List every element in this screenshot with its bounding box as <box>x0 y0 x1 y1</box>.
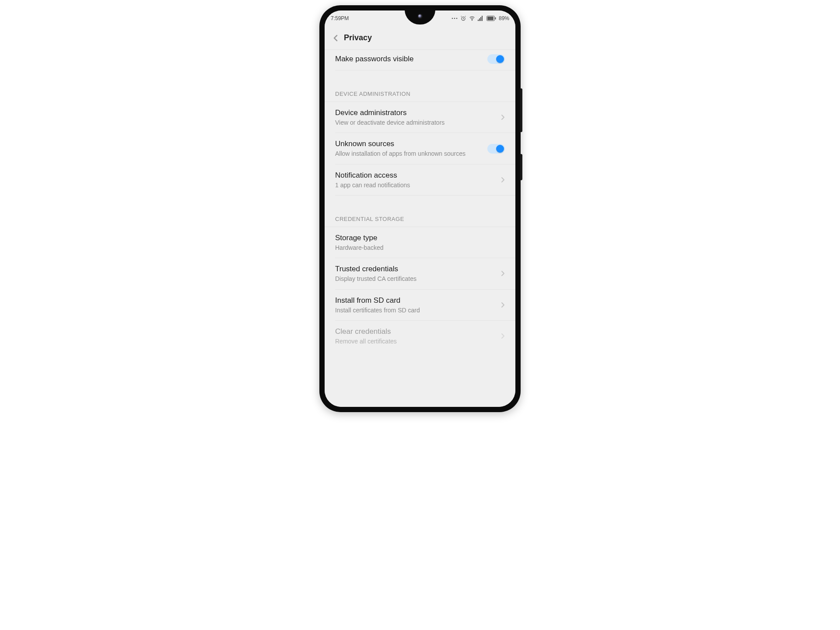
row-install-from-sd[interactable]: Install from SD card Install certificate… <box>325 290 515 320</box>
statusbar-time: 7:59PM <box>331 15 349 21</box>
row-title: Make passwords visible <box>335 54 483 64</box>
phone-frame: 7:59PM 89% <box>319 5 521 412</box>
volume-button <box>520 88 522 132</box>
signal-icon <box>478 16 484 21</box>
chevron-right-icon <box>500 270 505 276</box>
chevron-right-icon <box>500 302 505 308</box>
row-subtitle: Display trusted CA certificates <box>335 275 496 283</box>
toggle-unknown-sources[interactable] <box>487 144 505 154</box>
wifi-icon <box>469 15 475 21</box>
statusbar-battery-pct: 89% <box>499 15 509 21</box>
svg-rect-5 <box>478 20 479 21</box>
chevron-right-icon <box>500 114 505 120</box>
row-subtitle: Hardware-backed <box>335 244 500 252</box>
svg-point-4 <box>472 20 472 21</box>
power-button <box>520 154 522 180</box>
row-unknown-sources[interactable]: Unknown sources Allow installation of ap… <box>325 133 515 164</box>
row-title: Clear credentials <box>335 327 496 336</box>
back-button[interactable] <box>331 33 340 43</box>
svg-rect-7 <box>480 17 481 21</box>
row-title: Trusted credentials <box>335 264 496 274</box>
battery-icon <box>486 16 496 21</box>
chevron-right-icon <box>500 177 505 183</box>
row-device-administrators[interactable]: Device administrators View or deactivate… <box>325 102 515 133</box>
screen: 7:59PM 89% <box>325 10 515 407</box>
svg-rect-6 <box>479 18 480 21</box>
titlebar: Privacy <box>325 26 515 50</box>
row-subtitle: Install certificates from SD card <box>335 306 496 314</box>
row-title: Notification access <box>335 171 496 180</box>
row-trusted-credentials[interactable]: Trusted credentials Display trusted CA c… <box>325 258 515 289</box>
row-make-passwords-visible[interactable]: Make passwords visible <box>325 50 515 70</box>
row-subtitle: View or deactivate device administrators <box>335 119 496 126</box>
more-icon <box>452 16 458 21</box>
row-title: Device administrators <box>335 108 496 118</box>
row-title: Install from SD card <box>335 296 496 305</box>
alarm-icon <box>460 15 466 21</box>
toggle-make-passwords-visible[interactable] <box>487 54 505 64</box>
svg-rect-8 <box>482 16 483 21</box>
row-subtitle: Remove all certificates <box>335 337 496 345</box>
row-storage-type[interactable]: Storage type Hardware-backed <box>325 227 515 258</box>
page-title: Privacy <box>344 33 372 42</box>
row-title: Storage type <box>335 233 500 243</box>
row-title: Unknown sources <box>335 139 483 149</box>
front-camera <box>417 14 423 19</box>
svg-rect-11 <box>495 18 496 20</box>
row-subtitle: Allow installation of apps from unknown … <box>335 150 483 158</box>
section-header-credential-storage: CREDENTIAL STORAGE <box>325 203 515 227</box>
chevron-right-icon <box>500 333 505 339</box>
row-clear-credentials: Clear credentials Remove all certificate… <box>325 321 515 351</box>
svg-point-2 <box>456 18 458 19</box>
row-subtitle: 1 app can read notifications <box>335 181 496 189</box>
svg-point-0 <box>452 18 453 19</box>
svg-point-1 <box>454 18 455 19</box>
row-notification-access[interactable]: Notification access 1 app can read notif… <box>325 164 515 195</box>
svg-rect-10 <box>487 17 494 20</box>
settings-list[interactable]: Make passwords visible DEVICE ADMINISTRA… <box>325 50 515 407</box>
section-header-device-admin: DEVICE ADMINISTRATION <box>325 78 515 102</box>
